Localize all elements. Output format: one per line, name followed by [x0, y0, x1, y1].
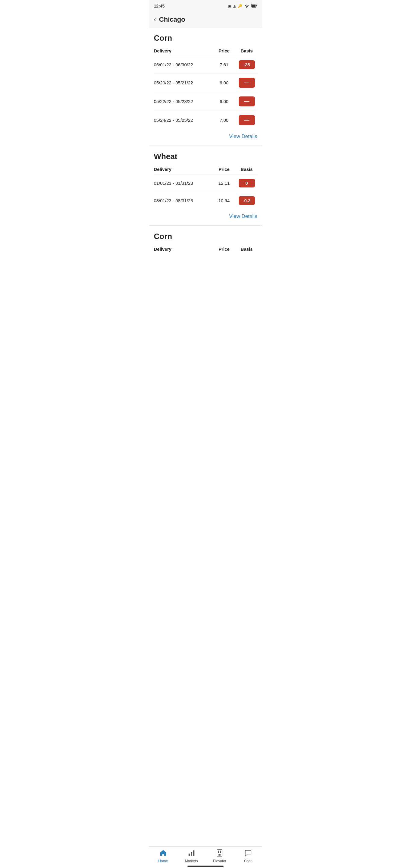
corn-section-1: Corn Delivery Price Basis 06/01/22 - 06/…: [149, 27, 262, 146]
svg-rect-7: [218, 850, 219, 853]
basis-cell: 0: [236, 179, 257, 187]
battery-icon: [251, 4, 257, 8]
content: Corn Delivery Price Basis 06/01/22 - 06/…: [149, 27, 262, 278]
home-icon: [159, 849, 167, 858]
markets-icon: [187, 849, 195, 858]
price-cell: 6.00: [212, 99, 236, 104]
basis-dash: —: [239, 78, 255, 88]
home-indicator: [187, 866, 224, 867]
corn-view-details-1[interactable]: View Details: [154, 129, 257, 146]
wheat-section: Wheat Delivery Price Basis 01/01/23 - 01…: [149, 146, 262, 225]
nav-markets[interactable]: Markets: [177, 849, 205, 863]
wheat-table-header: Delivery Price Basis: [154, 167, 257, 174]
markets-label: Markets: [185, 859, 198, 863]
svg-rect-1: [252, 4, 255, 7]
svg-rect-2: [256, 5, 257, 6]
price-cell: 12.11: [212, 181, 236, 186]
corn-title-1: Corn: [154, 33, 257, 43]
basis-badge: 0: [239, 179, 255, 187]
basis-cell: —: [236, 96, 257, 106]
svg-rect-3: [188, 854, 190, 856]
table-row: 08/01/23 - 08/31/23 10.94 -0.2: [154, 192, 257, 209]
basis-badge: -0.2: [239, 196, 255, 205]
delivery-cell: 08/01/23 - 08/31/23: [154, 198, 212, 203]
svg-rect-8: [220, 850, 221, 853]
delivery-header-2: Delivery: [154, 167, 212, 172]
table-row: 06/01/22 - 06/30/22 7.61 -25: [154, 56, 257, 73]
wheat-title: Wheat: [154, 152, 257, 161]
basis-dash: —: [239, 96, 255, 106]
home-label: Home: [158, 859, 168, 863]
price-cell: 6.00: [212, 80, 236, 85]
table-row: 01/01/23 - 01/31/23 12.11 0: [154, 174, 257, 192]
table-row: 05/24/22 - 05/25/22 7.00 —: [154, 111, 257, 129]
basis-header-2: Basis: [236, 167, 257, 172]
price-header-1: Price: [212, 48, 236, 53]
nav-chat[interactable]: Chat: [234, 849, 262, 863]
bottom-nav: Home Markets Elevator C: [149, 846, 262, 868]
delivery-cell: 01/01/23 - 01/31/23: [154, 181, 212, 186]
status-icons: ▣ ◭ 🔑: [228, 4, 257, 9]
header: ‹ Chicago: [149, 12, 262, 27]
wheat-view-details[interactable]: View Details: [154, 209, 257, 225]
svg-rect-4: [191, 852, 192, 856]
status-time: 12:45: [154, 4, 165, 8]
page-title: Chicago: [159, 16, 185, 24]
price-cell: 7.61: [212, 62, 236, 67]
sim-icon: ▣: [228, 4, 231, 8]
table-row: 05/22/22 - 05/23/22 6.00 —: [154, 92, 257, 111]
delivery-cell: 05/22/22 - 05/23/22: [154, 99, 212, 104]
delivery-header-1: Delivery: [154, 48, 212, 53]
delivery-cell: 05/20/22 - 05/21/22: [154, 80, 212, 85]
delivery-cell: 06/01/22 - 06/30/22: [154, 62, 212, 67]
price-header-3: Price: [212, 247, 236, 252]
basis-cell: -25: [236, 60, 257, 69]
nav-elevator[interactable]: Elevator: [205, 849, 234, 863]
chat-label: Chat: [244, 859, 252, 863]
corn-title-2: Corn: [154, 232, 257, 241]
corn-section-2: Corn Delivery Price Basis: [149, 226, 262, 254]
svg-rect-5: [193, 850, 194, 856]
basis-cell: —: [236, 115, 257, 125]
table-row: 05/20/22 - 05/21/22 6.00 —: [154, 73, 257, 92]
delivery-header-3: Delivery: [154, 247, 212, 252]
price-header-2: Price: [212, 167, 236, 172]
key-icon: 🔑: [238, 4, 242, 8]
nav-home[interactable]: Home: [149, 849, 178, 863]
back-button[interactable]: ‹: [154, 16, 156, 23]
basis-cell: —: [236, 78, 257, 88]
basis-dash: —: [239, 115, 255, 125]
elevator-label: Elevator: [213, 859, 226, 863]
corn-table-header-2: Delivery Price Basis: [154, 247, 257, 254]
price-cell: 7.00: [212, 118, 236, 123]
basis-header-1: Basis: [236, 48, 257, 53]
corn-table-header-1: Delivery Price Basis: [154, 48, 257, 56]
basis-cell: -0.2: [236, 196, 257, 205]
elevator-icon: [216, 849, 224, 858]
status-bar: 12:45 ▣ ◭ 🔑: [149, 0, 262, 12]
chat-icon: [244, 849, 252, 858]
basis-badge: -25: [239, 60, 255, 69]
price-cell: 10.94: [212, 198, 236, 203]
wifi-icon: [244, 4, 250, 9]
nav-icon: ◭: [233, 4, 236, 8]
delivery-cell: 05/24/22 - 05/25/22: [154, 118, 212, 123]
basis-header-3: Basis: [236, 247, 257, 252]
svg-rect-9: [219, 854, 221, 855]
